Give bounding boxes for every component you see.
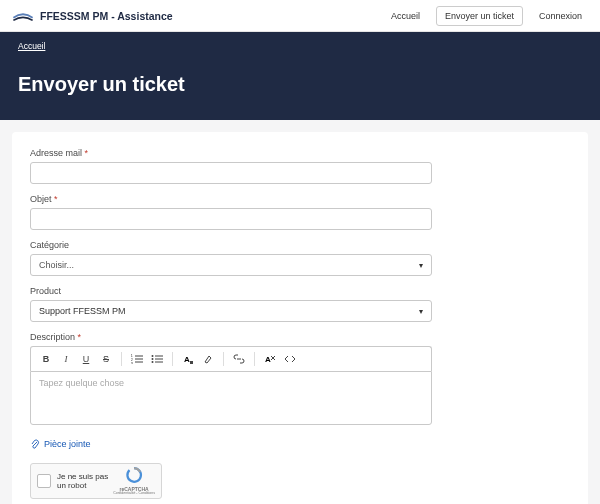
recaptcha-logo: reCAPTCHA Confidentialité - Conditions	[113, 466, 155, 496]
hero: Accueil Envoyer un ticket	[0, 32, 600, 120]
field-email: Adresse mail *	[30, 148, 570, 184]
toolbar-separator	[172, 352, 173, 366]
email-label: Adresse mail *	[30, 148, 570, 158]
field-description: Description * B I U S 123 A A Tapez quel…	[30, 332, 570, 425]
svg-point-6	[152, 355, 154, 357]
paperclip-icon	[30, 439, 40, 449]
recaptcha-icon	[125, 466, 143, 484]
svg-text:A: A	[184, 355, 190, 364]
toolbar-separator	[254, 352, 255, 366]
chevron-down-icon: ▾	[419, 261, 423, 270]
toolbar-separator	[223, 352, 224, 366]
field-subject: Objet *	[30, 194, 570, 230]
unordered-list-icon[interactable]	[148, 351, 166, 367]
form-card: Adresse mail * Objet * Catégorie Choisir…	[12, 132, 588, 504]
page-title: Envoyer un ticket	[18, 73, 582, 96]
topnav: Accueil Envoyer un ticket Connexion	[385, 6, 588, 26]
attachment-label: Pièce jointe	[44, 439, 91, 449]
bold-icon[interactable]: B	[37, 351, 55, 367]
svg-rect-13	[190, 361, 193, 364]
description-editor[interactable]: Tapez quelque chose	[30, 371, 432, 425]
strike-icon[interactable]: S	[97, 351, 115, 367]
category-select[interactable]: Choisir... ▾	[30, 254, 432, 276]
brand: FFESSSM PM - Assistance	[12, 9, 173, 23]
recaptcha-widget[interactable]: Je ne suis pas un robot reCAPTCHA Confid…	[30, 463, 162, 499]
attachment-link[interactable]: Pièce jointe	[30, 439, 432, 449]
recaptcha-checkbox[interactable]	[37, 474, 51, 488]
highlight-icon[interactable]	[199, 351, 217, 367]
svg-text:3: 3	[131, 362, 133, 364]
subject-label: Objet *	[30, 194, 570, 204]
svg-point-8	[152, 361, 154, 363]
text-color-icon[interactable]: A	[179, 351, 197, 367]
toolbar-separator	[121, 352, 122, 366]
email-input[interactable]	[30, 162, 432, 184]
field-category: Catégorie Choisir... ▾	[30, 240, 570, 276]
product-label: Product	[30, 286, 570, 296]
subject-input[interactable]	[30, 208, 432, 230]
clear-format-icon[interactable]: A	[261, 351, 279, 367]
breadcrumb-home[interactable]: Accueil	[18, 41, 45, 51]
nav-login[interactable]: Connexion	[533, 7, 588, 25]
category-label: Catégorie	[30, 240, 570, 250]
nav-home[interactable]: Accueil	[385, 7, 426, 25]
product-select[interactable]: Support FFESSM PM ▾	[30, 300, 432, 322]
recaptcha-text: Je ne suis pas un robot	[57, 472, 113, 490]
brand-title: FFESSSM PM - Assistance	[40, 10, 173, 22]
link-icon[interactable]	[230, 351, 248, 367]
code-icon[interactable]	[281, 351, 299, 367]
svg-text:A: A	[265, 355, 271, 364]
topbar: FFESSSM PM - Assistance Accueil Envoyer …	[0, 0, 600, 32]
chevron-down-icon: ▾	[419, 307, 423, 316]
editor-toolbar: B I U S 123 A A	[30, 346, 432, 371]
field-product: Product Support FFESSM PM ▾	[30, 286, 570, 322]
description-label: Description *	[30, 332, 570, 342]
underline-icon[interactable]: U	[77, 351, 95, 367]
product-value: Support FFESSM PM	[39, 306, 126, 316]
brand-logo-icon	[12, 9, 34, 23]
ordered-list-icon[interactable]: 123	[128, 351, 146, 367]
italic-icon[interactable]: I	[57, 351, 75, 367]
nav-submit-ticket[interactable]: Envoyer un ticket	[436, 6, 523, 26]
svg-point-7	[152, 358, 154, 360]
category-value: Choisir...	[39, 260, 74, 270]
